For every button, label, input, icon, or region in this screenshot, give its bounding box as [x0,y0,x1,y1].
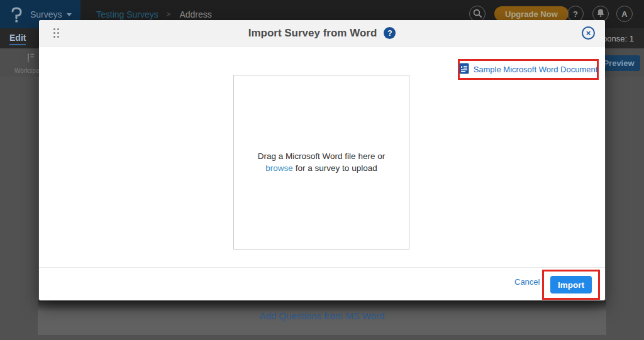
add-questions-from-word-link[interactable]: Add Questions from MS Word [38,310,606,321]
modal-title: Import Survey from Word [248,27,377,40]
close-icon[interactable]: × [582,26,595,40]
modal-help-icon[interactable]: ? [384,27,396,39]
dropzone-line2: for a survey to upload [296,163,377,173]
browse-link[interactable]: browse [265,163,293,173]
dropzone-text: Drag a Microsoft Word file here or brows… [258,150,385,174]
bell-icon [596,8,605,19]
dropzone-line1: Drag a Microsoft Word file here or [258,151,385,161]
avatar[interactable]: A [616,6,633,22]
modal-footer: Cancel [39,267,605,300]
chevron-down-icon [67,13,72,16]
search-icon [473,9,482,19]
cancel-button[interactable]: Cancel [514,277,540,287]
breadcrumb-current: Address [179,9,211,19]
screen: Surveys Testing Surveys > Address Upgrad… [0,0,644,340]
breadcrumb-parent-link[interactable]: Testing Surveys [96,9,158,19]
annotation-box-import: Import [542,270,600,300]
proprofs-logo-icon [9,5,24,24]
upgrade-now-button[interactable]: Upgrade Now [494,6,569,21]
import-button[interactable]: Import [550,276,592,293]
surveys-menu-label: Surveys [30,9,62,19]
question-mark-icon: ? [573,9,578,19]
file-dropzone[interactable]: Drag a Microsoft Word file here or brows… [233,75,409,250]
modal-header: Import Survey from Word ? × [39,20,605,47]
annotation-box-sample-link: Sample Microsoft Word Document [458,59,599,80]
tab-edit[interactable]: Edit [9,33,26,45]
sample-word-document-link[interactable]: Sample Microsoft Word Document [474,65,598,74]
word-document-icon [459,63,469,77]
pencil-list-icon [25,52,36,65]
avatar-initial: A [621,9,627,19]
breadcrumb-separator: > [166,9,171,19]
drag-handle-icon[interactable] [53,28,59,38]
